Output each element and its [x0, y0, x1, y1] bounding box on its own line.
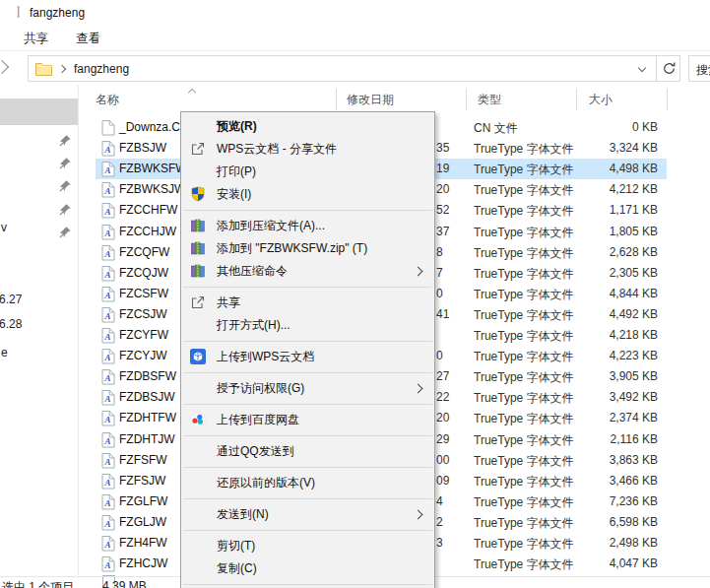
file-size: 4,212 KB	[551, 182, 658, 196]
context-menu-item[interactable]: 添加到压缩文件(A)...	[181, 215, 434, 237]
context-menu-item[interactable]: 预览(R)	[181, 115, 434, 138]
file-name: FZBWKSJW	[119, 182, 185, 196]
svg-text:A: A	[103, 353, 110, 362]
file-name: FZCSFW	[119, 287, 168, 300]
font-file-icon: A	[101, 452, 115, 472]
context-menu: 预览(R) WPS云文档 - 分享文件 打印(P) 安装(I) 添加到压缩文件(…	[180, 111, 435, 588]
refresh-icon[interactable]	[662, 61, 677, 79]
font-file-icon: A	[101, 244, 115, 264]
context-menu-item[interactable]: 添加到 "FZBWKSFW.zip" (T)	[181, 237, 434, 260]
column-header-date[interactable]: 修改日期	[347, 92, 394, 108]
font-file-icon: A	[101, 368, 115, 388]
file-size: 6,598 KB	[551, 515, 658, 529]
column-divider[interactable]	[667, 89, 668, 110]
share-file-icon	[190, 141, 206, 157]
breadcrumb[interactable]: fangzheng	[74, 62, 129, 76]
font-file-icon: A	[101, 327, 115, 347]
context-menu-item[interactable]: 剪切(T)	[181, 535, 434, 557]
menu-item-icon	[190, 506, 206, 522]
svg-text:A: A	[103, 332, 110, 342]
svg-text:A: A	[103, 394, 110, 404]
context-menu-item[interactable]: 其他压缩命令	[181, 260, 434, 283]
file-size: 0 KB	[551, 120, 658, 134]
up-arrow-icon[interactable]	[0, 60, 9, 74]
file-size: 3,466 KB	[551, 474, 658, 488]
file-date-fragment: 20	[436, 411, 449, 425]
context-menu-item[interactable]: 安装(I)	[181, 183, 434, 206]
file-size: 3,863 KB	[551, 453, 658, 467]
quick-access-toolbar-separator: |	[17, 3, 20, 18]
share-icon	[190, 294, 206, 310]
menu-item-label: 还原以前的版本(V)	[217, 476, 315, 490]
context-menu-item[interactable]: 打开方式(H)...	[181, 314, 434, 337]
submenu-chevron-icon	[414, 384, 423, 394]
context-menu-item[interactable]: 复制(C)	[181, 557, 434, 580]
column-header-type[interactable]: 类型	[478, 92, 501, 108]
menu-item-icon	[190, 538, 206, 554]
font-file-icon: A	[101, 286, 115, 305]
svg-text:A: A	[103, 270, 110, 280]
svg-text:A: A	[103, 229, 110, 238]
menu-item-label: 上传到WPS云文档	[217, 350, 314, 363]
file-date-fragment: 7	[436, 266, 443, 280]
menu-item-label: 添加到 "FZBWKSFW.zip" (T)	[217, 241, 367, 255]
context-menu-item[interactable]: 上传到WPS云文档	[181, 346, 434, 368]
uac-shield-icon	[190, 186, 206, 202]
column-header-size[interactable]: 大小	[589, 92, 613, 108]
context-menu-item[interactable]: 还原以前的版本(V)	[181, 472, 434, 494]
menu-item-label: 预览(R)	[217, 119, 257, 133]
file-name: FZGLFW	[119, 494, 167, 508]
address-bar[interactable]: fangzheng	[28, 55, 680, 82]
file-size: 2,498 KB	[551, 536, 658, 550]
file-name: FZHCJW	[119, 556, 167, 570]
context-menu-item[interactable]: 打印(P)	[181, 161, 434, 183]
context-menu-item[interactable]: 发送到(N)	[181, 503, 434, 526]
file-date-fragment: 27	[436, 369, 449, 383]
menu-separator	[183, 498, 432, 499]
file-name: FZDHTJW	[119, 432, 175, 446]
search-placeholder: 搜索	[696, 63, 710, 77]
context-menu-item[interactable]: 授予访问权限(G)	[181, 377, 434, 400]
column-divider[interactable]	[336, 89, 337, 110]
context-menu-item[interactable]: 上传到百度网盘	[181, 409, 434, 431]
status-selection-count: 选中 1 个项目	[2, 579, 74, 588]
file-size: 4,492 KB	[551, 307, 658, 321]
context-menu-item[interactable]: WPS云文档 - 分享文件	[181, 138, 434, 161]
file-date-fragment: 52	[436, 203, 449, 217]
column-divider[interactable]	[466, 89, 467, 110]
context-menu-item[interactable]: 共享	[181, 292, 434, 314]
column-header-name[interactable]: 名称	[96, 92, 119, 108]
file-name: FZFSJW	[119, 474, 165, 488]
svg-text:A: A	[103, 498, 110, 508]
context-menu-item[interactable]: 通过QQ发送到	[181, 440, 434, 463]
file-size: 4,223 KB	[551, 349, 658, 362]
chevron-down-icon[interactable]	[638, 64, 646, 72]
svg-text:A: A	[103, 311, 110, 321]
file-size: 3,905 KB	[551, 369, 658, 383]
svg-text:A: A	[103, 457, 110, 467]
search-input[interactable]: 搜索	[688, 55, 710, 82]
menu-item-label: WPS云文档 - 分享文件	[217, 142, 337, 156]
menu-separator	[183, 287, 432, 288]
file-size: 1,171 KB	[551, 203, 658, 217]
file-name: FZFSFW	[119, 453, 167, 467]
column-divider[interactable]	[576, 89, 577, 110]
svg-text:A: A	[103, 249, 110, 259]
svg-text:A: A	[103, 373, 110, 383]
file-date-fragment: 0	[436, 287, 443, 300]
font-file-icon: A	[101, 306, 115, 326]
file-size: 7,236 KB	[551, 494, 658, 508]
ribbon-divider	[0, 50, 710, 51]
svg-text:A: A	[103, 291, 110, 300]
font-file-icon: A	[101, 224, 115, 243]
menu-item-icon	[190, 118, 206, 134]
svg-text:A: A	[103, 519, 110, 529]
menu-item-icon	[190, 380, 206, 396]
tab-share[interactable]: 共享	[24, 31, 48, 47]
file-date-fragment: 2	[436, 515, 443, 529]
menu-separator	[183, 210, 432, 211]
folder-icon	[35, 62, 52, 80]
tab-view[interactable]: 查看	[76, 31, 100, 47]
font-file-icon: A	[101, 535, 115, 555]
svg-text:A: A	[103, 208, 110, 218]
